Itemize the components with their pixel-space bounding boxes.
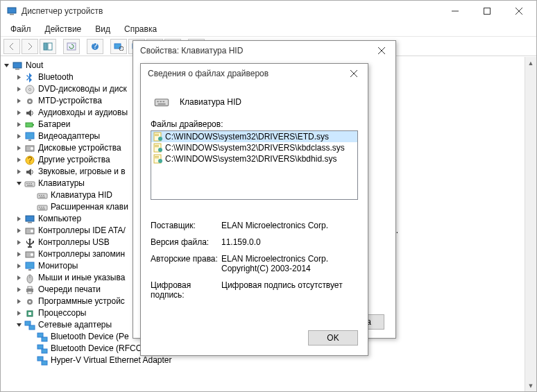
soft-icon	[24, 296, 35, 307]
tree-item-label: Другие устройства	[38, 154, 110, 166]
expand-icon[interactable]	[15, 156, 23, 164]
tbtn-forward[interactable]	[22, 39, 38, 54]
dialog-title: Сведения о файлах драйверов	[148, 69, 268, 78]
net-icon	[37, 343, 48, 355]
tbtn-back[interactable]	[3, 39, 20, 54]
expand-icon[interactable]	[15, 298, 23, 306]
monitor-icon	[24, 261, 35, 272]
cpu-icon	[24, 308, 35, 319]
titlebar: Диспетчер устройств	[1, 1, 536, 22]
driver-file-item[interactable]: C:\WINDOWS\system32\DRIVERS\kbdhid.sys	[151, 153, 357, 164]
expand-icon[interactable]	[15, 97, 23, 105]
tree-item-label: Контроллеры IDE ATA/	[38, 225, 126, 237]
minimize-button[interactable]	[439, 1, 471, 22]
no-expand	[27, 345, 35, 353]
file-icon	[153, 131, 164, 142]
expand-icon[interactable]	[15, 262, 23, 271]
tree-item-label: Расширенная клави	[51, 201, 128, 213]
dialog-close-button[interactable]	[372, 43, 391, 58]
app-icon	[6, 6, 17, 17]
tree-item-label: Контроллеры запомин	[38, 248, 125, 260]
svg-rect-34	[48, 43, 52, 50]
collapse-icon[interactable]	[15, 321, 23, 330]
file-path: C:\WINDOWS\system32\DRIVERS\ETD.sys	[165, 132, 329, 142]
tree-item-child[interactable]: Hyper-V Virtual Ethernet Adapter	[2, 355, 535, 366]
tree-item-label: Программные устройс	[38, 296, 125, 307]
menu-help[interactable]: Справка	[117, 23, 164, 35]
tree-item-label: Клавиатуры	[38, 178, 85, 189]
collapse-icon[interactable]	[15, 180, 23, 188]
expand-icon[interactable]	[15, 227, 23, 235]
audio-icon	[24, 108, 35, 119]
expand-icon[interactable]	[15, 133, 23, 141]
tree-item-label: Клавиатура HID	[51, 189, 112, 201]
tree-item-label: MTD-устройства	[38, 95, 102, 107]
expand-icon[interactable]	[15, 85, 23, 94]
menu-file[interactable]: Файл	[3, 23, 38, 35]
tbtn-refresh[interactable]	[63, 39, 80, 54]
expand-icon[interactable]	[15, 168, 23, 176]
close-button[interactable]	[503, 1, 535, 22]
expand-icon[interactable]	[15, 215, 23, 223]
expand-icon[interactable]	[15, 121, 23, 129]
tbtn-scan[interactable]	[110, 39, 127, 54]
provider-value: ELAN Microelectronics Corp.	[221, 221, 358, 230]
tree-item-label: Сетевые адаптеры	[38, 319, 112, 331]
driver-file-list[interactable]: C:\WINDOWS\system32\DRIVERS\ETD.sysC:\WI…	[151, 130, 358, 200]
expand-icon[interactable]	[15, 239, 23, 247]
tree-item-label: Bluetooth Device (Pe	[51, 331, 129, 343]
file-icon	[153, 153, 164, 164]
keyboard-icon	[151, 94, 173, 110]
sound-icon	[24, 167, 35, 178]
expand-icon[interactable]	[15, 274, 23, 282]
print-icon	[24, 284, 35, 296]
ok-button[interactable]: OK	[308, 330, 358, 346]
driver-file-item[interactable]: C:\WINDOWS\system32\DRIVERS\ETD.sys	[151, 131, 357, 142]
kbd-icon	[24, 178, 35, 189]
disk-icon	[24, 143, 35, 154]
menu-view[interactable]: Вид	[88, 23, 117, 35]
no-expand	[27, 357, 35, 365]
expand-icon[interactable]	[15, 74, 23, 82]
dialog-close-button[interactable]	[344, 66, 364, 81]
svg-rect-32	[484, 8, 491, 15]
menu-action[interactable]: Действие	[38, 23, 89, 35]
driver-file-item[interactable]: C:\WINDOWS\system32\DRIVERS\kbdclass.sys	[151, 142, 357, 153]
dialog-titlebar: Свойства: Клавиатура HID	[133, 41, 395, 60]
separator	[105, 39, 109, 54]
usb-icon	[24, 237, 35, 248]
dialog-title: Свойства: Клавиатура HID	[140, 46, 243, 56]
file-icon	[153, 142, 164, 153]
dialog-titlebar: Сведения о файлах драйверов	[141, 64, 368, 83]
bt-icon	[24, 72, 35, 83]
maximize-button[interactable]	[471, 1, 503, 22]
net-icon	[37, 355, 48, 366]
expand-icon[interactable]	[15, 109, 23, 117]
kbd-icon	[37, 202, 48, 213]
signature-value: Цифровая подпись отсутствует	[221, 280, 358, 300]
scroll-up-icon[interactable]: ▲	[525, 57, 536, 69]
copyright-label: Авторские права:	[151, 254, 219, 273]
expand-icon[interactable]	[15, 309, 23, 318]
scroll-down-icon[interactable]: ▼	[525, 380, 536, 391]
tree-item-label: Процессоры	[38, 307, 87, 319]
net-icon	[37, 332, 48, 343]
tree-item-label: Bluetooth	[38, 71, 74, 83]
expand-icon[interactable]	[15, 250, 23, 259]
tbtn-help[interactable]: ?	[87, 39, 103, 54]
expand-icon[interactable]	[15, 144, 23, 153]
separator	[58, 39, 62, 54]
files-label: Файлы драйверов:	[151, 119, 358, 129]
vertical-scrollbar[interactable]: ▲ ▼	[525, 57, 536, 391]
no-expand	[27, 333, 35, 341]
net-icon	[24, 320, 35, 331]
tree-item-label: Аудиовходы и аудиовы	[38, 107, 128, 119]
no-expand	[27, 191, 35, 200]
collapse-icon[interactable]	[2, 62, 10, 70]
window-title: Диспетчер устройств	[22, 6, 439, 16]
tbtn-show-hide[interactable]	[40, 39, 56, 54]
no-expand	[27, 203, 35, 212]
expand-icon[interactable]	[15, 286, 23, 294]
ok-label: OK	[327, 333, 339, 343]
dvd-icon	[24, 84, 35, 95]
